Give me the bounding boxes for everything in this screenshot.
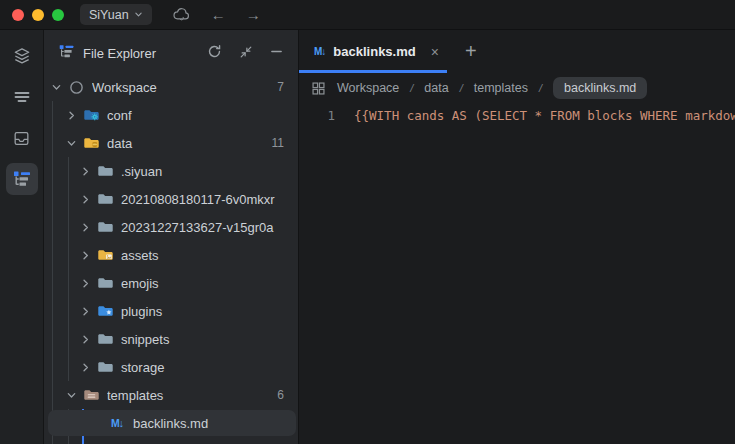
close-window-button[interactable]: [12, 9, 24, 21]
breadcrumb-data[interactable]: data: [424, 81, 448, 95]
chevron-right-icon[interactable]: [77, 278, 93, 289]
forward-icon[interactable]: →: [246, 6, 261, 23]
tree-item-plugins[interactable]: plugins: [44, 297, 298, 325]
folder-icon: [96, 331, 114, 347]
tree-item-assets[interactable]: assets: [44, 241, 298, 269]
breadcrumb-separator: /: [539, 82, 542, 94]
file-explorer-icon[interactable]: [6, 163, 38, 195]
tree-item-label: templates: [107, 388, 277, 403]
tree-item-templates[interactable]: templates 6: [44, 381, 298, 409]
tree-item-backlinks-md[interactable]: M↓ backlinks.md: [44, 409, 298, 437]
line-number: 1: [299, 108, 335, 123]
cloud-sync-icon[interactable]: [172, 6, 191, 23]
chevron-right-icon[interactable]: [63, 110, 79, 121]
item-count: 7: [277, 80, 298, 94]
traffic-lights: [12, 9, 64, 21]
tree-item-label: assets: [121, 248, 298, 263]
panel-title: File Explorer: [83, 46, 199, 61]
chevron-down-icon[interactable]: [48, 82, 64, 93]
chevron-down-icon: [134, 8, 143, 22]
chevron-right-icon[interactable]: [77, 166, 93, 177]
zoom-window-button[interactable]: [52, 9, 64, 21]
notebook-icon: [67, 79, 85, 95]
refresh-icon[interactable]: [207, 44, 222, 62]
chevron-right-icon[interactable]: [77, 194, 93, 205]
minimize-panel-icon[interactable]: [270, 45, 283, 61]
new-tab-button[interactable]: +: [465, 40, 477, 63]
file-tree-icon: [58, 43, 75, 63]
tree-item-siyuan[interactable]: .siyuan: [44, 157, 298, 185]
templates-folder-icon: [82, 387, 100, 403]
tree-item-label: backlinks.md: [133, 416, 298, 431]
tree-item-label: emojis: [121, 276, 298, 291]
breadcrumb-templates[interactable]: templates: [474, 81, 528, 95]
folder-icon: [96, 275, 114, 291]
tree-item-label: 20231227133627-v15gr0a: [121, 220, 298, 235]
breadcrumb: Workspace / data / templates / backlinks…: [299, 73, 735, 103]
tree-item-label: snippets: [121, 332, 298, 347]
tab-bar: M↓ backlinks.md × +: [299, 30, 735, 73]
back-icon[interactable]: ←: [211, 6, 226, 23]
markdown-file-icon: M↓: [314, 46, 325, 57]
layers-icon[interactable]: [6, 40, 38, 72]
folder-icon: [96, 219, 114, 235]
tree-item-workspace[interactable]: Workspace 7: [44, 73, 298, 101]
tree-item-label: data: [107, 136, 272, 151]
code-line-1[interactable]: 1 {{WITH cands AS (SELECT * FROM blocks …: [299, 104, 735, 126]
tab-label: backlinks.md: [333, 44, 422, 59]
folder-icon: [96, 163, 114, 179]
outline-icon[interactable]: [6, 81, 38, 113]
minimize-window-button[interactable]: [32, 9, 44, 21]
item-count: 11: [272, 136, 298, 150]
chevron-right-icon[interactable]: [77, 250, 93, 261]
tree-item-label: Workspace: [92, 80, 277, 95]
app-window: SiYuan ← →: [0, 0, 735, 444]
chevron-down-icon[interactable]: [63, 390, 79, 401]
workspace-switcher[interactable]: SiYuan: [80, 4, 152, 25]
breadcrumb-current-file[interactable]: backlinks.md: [553, 77, 647, 99]
tree-item-snippets[interactable]: snippets: [44, 325, 298, 353]
chevron-right-icon[interactable]: [77, 362, 93, 373]
tree-item-label: plugins: [121, 304, 298, 319]
chevron-right-icon[interactable]: [77, 306, 93, 317]
workspace-switcher-label: SiYuan: [89, 8, 129, 22]
tree-item-data[interactable]: data 11: [44, 129, 298, 157]
tree-item-label: storage: [121, 360, 298, 375]
folder-icon: [96, 359, 114, 375]
chevron-down-icon[interactable]: [63, 138, 79, 149]
close-tab-icon[interactable]: ×: [431, 44, 439, 60]
tree-item-label: .siyuan: [121, 164, 298, 179]
titlebar: SiYuan ← →: [0, 0, 735, 30]
breadcrumb-separator: /: [460, 82, 463, 94]
chevron-right-icon[interactable]: [77, 334, 93, 345]
folder-icon: [96, 191, 114, 207]
workspace-grid-icon: [311, 81, 326, 96]
chevron-right-icon[interactable]: [77, 222, 93, 233]
tree-item-20210808180117[interactable]: 20210808180117-6v0mkxr: [44, 185, 298, 213]
tab-backlinks-md[interactable]: M↓ backlinks.md ×: [299, 30, 447, 73]
file-tree: Workspace 7: [44, 68, 298, 444]
file-explorer-header: File Explorer: [44, 38, 298, 68]
file-explorer-panel: File Explorer: [44, 30, 299, 444]
code-text: {{WITH cands AS (SELECT * FROM blocks WH…: [354, 108, 735, 123]
breadcrumb-separator: /: [410, 82, 413, 94]
plugins-folder-icon: [96, 303, 114, 319]
activity-bar: [0, 30, 44, 444]
images-folder-icon: [96, 247, 114, 263]
breadcrumb-workspace[interactable]: Workspace: [337, 81, 399, 95]
markdown-file-icon: M↓: [108, 415, 126, 431]
editor-area: M↓ backlinks.md × + Workspace / data / t…: [299, 30, 735, 444]
collapse-all-icon[interactable]: [239, 45, 253, 62]
database-folder-icon: [82, 135, 100, 151]
tree-item-emojis[interactable]: emojis: [44, 269, 298, 297]
config-folder-icon: [82, 107, 100, 123]
tree-item-conf[interactable]: conf: [44, 101, 298, 129]
tree-item-storage[interactable]: storage: [44, 353, 298, 381]
tree-item-label: conf: [107, 108, 298, 123]
tree-item-20231227133627[interactable]: 20231227133627-v15gr0a: [44, 213, 298, 241]
inbox-icon[interactable]: [6, 122, 38, 154]
tree-item-label: 20210808180117-6v0mkxr: [121, 192, 298, 207]
item-count: 6: [277, 388, 298, 402]
